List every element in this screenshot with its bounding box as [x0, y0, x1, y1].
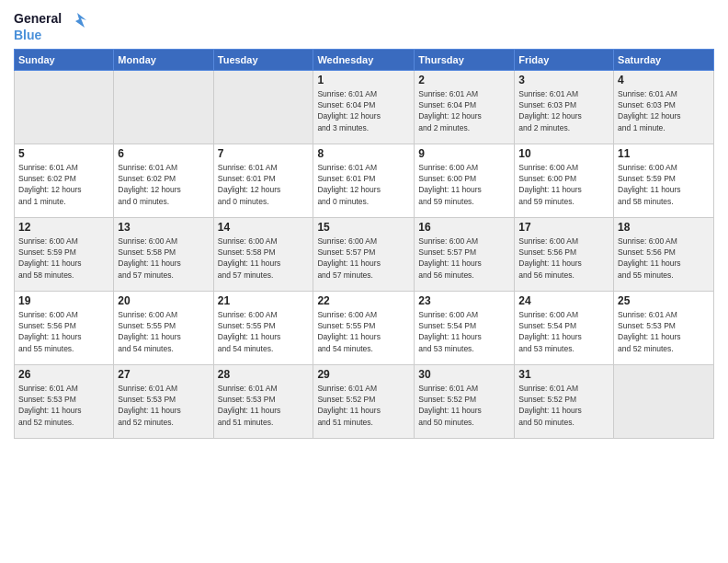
- calendar-day-4: 4Sunrise: 6:01 AM Sunset: 6:03 PM Daylig…: [614, 70, 714, 144]
- calendar-day-empty: [114, 70, 213, 144]
- day-info: Sunrise: 6:00 AM Sunset: 6:00 PM Dayligh…: [418, 162, 510, 207]
- calendar-day-6: 6Sunrise: 6:01 AM Sunset: 6:02 PM Daylig…: [114, 144, 213, 217]
- calendar-day-19: 19Sunrise: 6:00 AM Sunset: 5:56 PM Dayli…: [15, 291, 114, 364]
- calendar-day-22: 22Sunrise: 6:00 AM Sunset: 5:55 PM Dayli…: [313, 291, 415, 364]
- calendar-day-3: 3Sunrise: 6:01 AM Sunset: 6:03 PM Daylig…: [515, 70, 614, 144]
- day-info: Sunrise: 6:01 AM Sunset: 5:53 PM Dayligh…: [18, 383, 109, 428]
- day-number: 19: [18, 294, 109, 307]
- day-info: Sunrise: 6:00 AM Sunset: 5:57 PM Dayligh…: [418, 236, 510, 281]
- logo-container: General Blue: [14, 9, 86, 43]
- calendar-day-27: 27Sunrise: 6:01 AM Sunset: 5:53 PM Dayli…: [114, 364, 213, 438]
- day-number: 23: [418, 294, 510, 307]
- day-number: 8: [317, 147, 410, 160]
- day-info: Sunrise: 6:00 AM Sunset: 5:54 PM Dayligh…: [518, 309, 609, 354]
- logo-blue-text: Blue: [14, 28, 41, 43]
- day-number: 15: [317, 221, 410, 234]
- day-info: Sunrise: 6:01 AM Sunset: 6:01 PM Dayligh…: [218, 162, 310, 207]
- day-number: 25: [618, 294, 710, 307]
- logo-row: General: [14, 9, 86, 28]
- day-info: Sunrise: 6:00 AM Sunset: 6:00 PM Dayligh…: [518, 162, 609, 207]
- calendar-day-30: 30Sunrise: 6:01 AM Sunset: 5:52 PM Dayli…: [415, 364, 515, 438]
- day-info: Sunrise: 6:01 AM Sunset: 5:53 PM Dayligh…: [218, 383, 310, 428]
- day-number: 21: [218, 294, 310, 307]
- day-info: Sunrise: 6:00 AM Sunset: 5:59 PM Dayligh…: [18, 236, 109, 281]
- day-info: Sunrise: 6:01 AM Sunset: 6:04 PM Dayligh…: [418, 88, 510, 133]
- calendar-day-empty: [15, 70, 114, 144]
- day-number: 31: [518, 368, 609, 381]
- day-info: Sunrise: 6:01 AM Sunset: 6:02 PM Dayligh…: [18, 162, 109, 207]
- calendar-week-row: 5Sunrise: 6:01 AM Sunset: 6:02 PM Daylig…: [15, 144, 714, 217]
- day-info: Sunrise: 6:00 AM Sunset: 5:55 PM Dayligh…: [218, 309, 310, 354]
- day-info: Sunrise: 6:00 AM Sunset: 5:58 PM Dayligh…: [218, 236, 310, 281]
- day-number: 22: [317, 294, 410, 307]
- calendar-day-8: 8Sunrise: 6:01 AM Sunset: 6:01 PM Daylig…: [313, 144, 415, 217]
- day-number: 7: [218, 147, 310, 160]
- calendar-week-row: 19Sunrise: 6:00 AM Sunset: 5:56 PM Dayli…: [15, 291, 714, 364]
- day-number: 4: [618, 74, 710, 86]
- logo-text-block: General: [14, 9, 86, 28]
- day-info: Sunrise: 6:01 AM Sunset: 5:53 PM Dayligh…: [118, 383, 209, 428]
- day-number: 11: [618, 147, 710, 160]
- weekday-header-monday: Monday: [114, 49, 213, 70]
- day-info: Sunrise: 6:00 AM Sunset: 5:57 PM Dayligh…: [317, 236, 410, 281]
- calendar-day-9: 9Sunrise: 6:00 AM Sunset: 6:00 PM Daylig…: [415, 144, 515, 217]
- weekday-header-thursday: Thursday: [415, 49, 515, 70]
- day-number: 14: [218, 221, 310, 234]
- calendar-day-16: 16Sunrise: 6:00 AM Sunset: 5:57 PM Dayli…: [415, 217, 515, 291]
- calendar-week-row: 26Sunrise: 6:01 AM Sunset: 5:53 PM Dayli…: [15, 364, 714, 438]
- weekday-header-saturday: Saturday: [614, 49, 714, 70]
- day-number: 6: [118, 147, 209, 160]
- day-info: Sunrise: 6:00 AM Sunset: 5:58 PM Dayligh…: [118, 236, 209, 281]
- day-info: Sunrise: 6:01 AM Sunset: 5:52 PM Dayligh…: [317, 383, 410, 428]
- calendar-day-20: 20Sunrise: 6:00 AM Sunset: 5:55 PM Dayli…: [114, 291, 213, 364]
- calendar-week-row: 12Sunrise: 6:00 AM Sunset: 5:59 PM Dayli…: [15, 217, 714, 291]
- day-info: Sunrise: 6:00 AM Sunset: 5:54 PM Dayligh…: [418, 309, 510, 354]
- day-number: 29: [317, 368, 410, 381]
- logo: General Blue: [14, 9, 86, 43]
- calendar-day-23: 23Sunrise: 6:00 AM Sunset: 5:54 PM Dayli…: [415, 291, 515, 364]
- calendar-day-10: 10Sunrise: 6:00 AM Sunset: 6:00 PM Dayli…: [515, 144, 614, 217]
- calendar-day-5: 5Sunrise: 6:01 AM Sunset: 6:02 PM Daylig…: [15, 144, 114, 217]
- calendar-day-31: 31Sunrise: 6:01 AM Sunset: 5:52 PM Dayli…: [515, 364, 614, 438]
- day-info: Sunrise: 6:01 AM Sunset: 6:03 PM Dayligh…: [618, 88, 710, 133]
- day-number: 16: [418, 221, 510, 234]
- day-info: Sunrise: 6:00 AM Sunset: 5:55 PM Dayligh…: [118, 309, 209, 354]
- day-number: 5: [18, 147, 109, 160]
- day-number: 26: [18, 368, 109, 381]
- calendar-day-11: 11Sunrise: 6:00 AM Sunset: 5:59 PM Dayli…: [614, 144, 714, 217]
- calendar-day-14: 14Sunrise: 6:00 AM Sunset: 5:58 PM Dayli…: [213, 217, 313, 291]
- day-info: Sunrise: 6:00 AM Sunset: 5:55 PM Dayligh…: [317, 309, 410, 354]
- calendar-day-empty: [213, 70, 313, 144]
- day-info: Sunrise: 6:01 AM Sunset: 6:03 PM Dayligh…: [518, 88, 609, 133]
- day-number: 30: [418, 368, 510, 381]
- logo-general-text: General: [14, 11, 62, 26]
- day-info: Sunrise: 6:01 AM Sunset: 6:04 PM Dayligh…: [317, 88, 410, 133]
- calendar-day-15: 15Sunrise: 6:00 AM Sunset: 5:57 PM Dayli…: [313, 217, 415, 291]
- day-number: 24: [518, 294, 609, 307]
- day-number: 12: [18, 221, 109, 234]
- day-info: Sunrise: 6:01 AM Sunset: 5:52 PM Dayligh…: [418, 383, 510, 428]
- calendar-day-18: 18Sunrise: 6:00 AM Sunset: 5:56 PM Dayli…: [614, 217, 714, 291]
- calendar-day-1: 1Sunrise: 6:01 AM Sunset: 6:04 PM Daylig…: [313, 70, 415, 144]
- weekday-header-friday: Friday: [515, 49, 614, 70]
- day-info: Sunrise: 6:01 AM Sunset: 5:53 PM Dayligh…: [618, 309, 710, 354]
- day-number: 9: [418, 147, 510, 160]
- weekday-header-tuesday: Tuesday: [213, 49, 313, 70]
- calendar-day-25: 25Sunrise: 6:01 AM Sunset: 5:53 PM Dayli…: [614, 291, 714, 364]
- day-number: 28: [218, 368, 310, 381]
- calendar-day-29: 29Sunrise: 6:01 AM Sunset: 5:52 PM Dayli…: [313, 364, 415, 438]
- day-info: Sunrise: 6:01 AM Sunset: 5:52 PM Dayligh…: [518, 383, 609, 428]
- day-number: 20: [118, 294, 209, 307]
- calendar-table: SundayMondayTuesdayWednesdayThursdayFrid…: [14, 49, 714, 439]
- calendar-day-28: 28Sunrise: 6:01 AM Sunset: 5:53 PM Dayli…: [213, 364, 313, 438]
- day-info: Sunrise: 6:01 AM Sunset: 6:02 PM Dayligh…: [118, 162, 209, 207]
- calendar-day-24: 24Sunrise: 6:00 AM Sunset: 5:54 PM Dayli…: [515, 291, 614, 364]
- day-info: Sunrise: 6:00 AM Sunset: 5:56 PM Dayligh…: [18, 309, 109, 354]
- calendar-day-empty: [614, 364, 714, 438]
- header: General Blue: [14, 9, 714, 43]
- day-info: Sunrise: 6:01 AM Sunset: 6:01 PM Dayligh…: [317, 162, 410, 207]
- weekday-header-row: SundayMondayTuesdayWednesdayThursdayFrid…: [15, 49, 714, 70]
- day-number: 2: [418, 74, 510, 86]
- calendar-day-13: 13Sunrise: 6:00 AM Sunset: 5:58 PM Dayli…: [114, 217, 213, 291]
- day-number: 27: [118, 368, 209, 381]
